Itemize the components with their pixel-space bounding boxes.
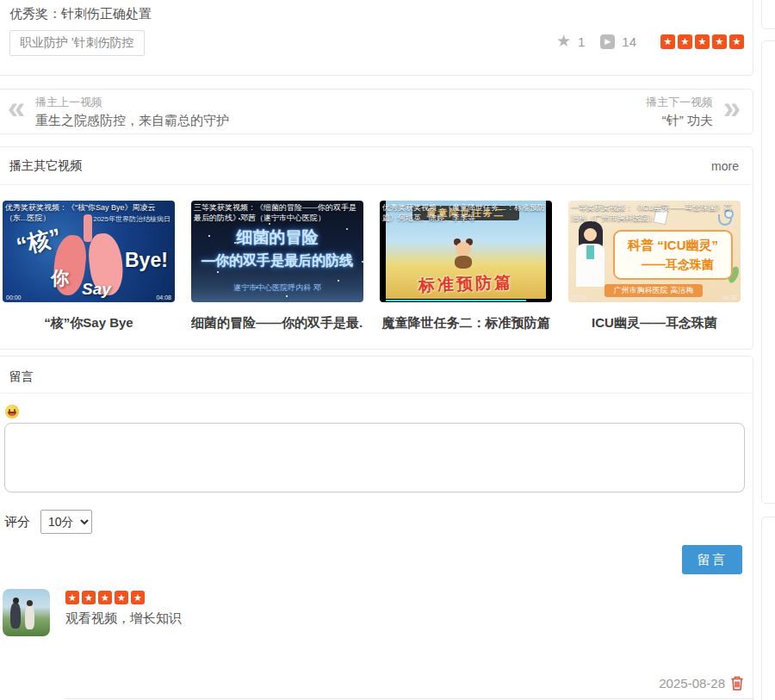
video-stats: ★ 1 ▶ 14 ★ ★ ★ ★ ★ [556,34,744,49]
character-illustration [456,242,471,257]
play-count-icon: ▶ [600,34,615,49]
rating-star-icon: ★ [695,34,710,49]
thumbnail-overlay-text: 三等奖获奖视频：《细菌的冒险——你的双手是最后的防线》邓茜（遂宁市中心医院） [191,201,363,225]
rating-star-icon: ★ [131,591,145,604]
chevron-left-icon: « [8,96,25,121]
prev-video-title: 重生之院感防控，来自霸总的守护 [35,113,229,129]
timestamp: 04:38 [722,294,737,300]
comment-text: 观看视频，增长知识 [65,610,753,627]
video-thumbnail: 三等奖获奖视频：《细菌的冒险——你的双手是最后的防线》邓茜（遂宁市中心医院） 细… [191,201,363,302]
timestamp: 02:34 [572,294,587,300]
sidebar-card-partial [761,517,775,700]
thumbnail-overlay-text: 优秀奖获奖视频：《魔童降世任务二：标准预防篇》何培英、陈婷、李李等 [380,201,552,225]
thumbnail-big-text: 你 [51,266,69,290]
emoji-picker-icon[interactable] [5,405,19,418]
chevron-right-icon: » [723,96,741,121]
next-video-label: 播主下一视频 [646,95,713,110]
character-illustration [455,256,472,269]
comments-card: 留言 评分 10分 留言 ★ ★ ★ ★ ★ [0,356,753,700]
thumbnail-big-text: Say [82,280,111,299]
rating-star-icon: ★ [82,591,96,604]
video-title: 优秀奖：针刺伤正确处置 [9,6,152,22]
video-rating-stars[interactable]: ★ ★ ★ ★ ★ [660,34,744,49]
commenter-avatar[interactable] [3,589,50,636]
thumbnail-bottom-bar: 广州市胸科医院 高洁梅 [604,284,703,297]
rating-star-icon: ★ [115,591,128,604]
thumbnail-text-panel: 科普 “ICU幽灵” ——耳念珠菌 [613,230,733,280]
other-videos-header: 播主其它视频 more [0,147,753,185]
thumbnail-big-text: —你的双手是最后的防线 [191,252,363,270]
favorite-star-icon: ★ [556,34,571,49]
thumbnail-subtitle: 2025年世界防治结核病日 [93,214,170,224]
video-card-bacteria-adventure[interactable]: 三等奖获奖视频：《细菌的冒险——你的双手是最后的防线》邓茜（遂宁市中心医院） 细… [191,201,363,331]
more-link[interactable]: more [711,159,739,173]
submit-comment-button[interactable]: 留言 [682,545,742,574]
divider [0,393,753,393]
rating-row: 评分 10分 [4,510,92,534]
delete-comment-button[interactable] [730,675,744,691]
comments-header: 留言 [9,369,34,385]
video-info-card: 优秀奖：针刺伤正确处置 职业防护 '针刺伤防控 ★ 1 ▶ 14 ★ ★ ★ ★… [0,0,753,76]
rating-star-icon: ★ [660,34,675,49]
rating-star-icon: ★ [98,591,112,604]
trash-icon [730,675,744,691]
thumbnail-overlay-text: 一等奖获奖视频：《ICU幽灵——耳念珠菌》高洁梅（广州市胸科医院） [568,201,741,225]
rating-star-icon: ★ [729,34,744,49]
video-card-title[interactable]: ICU幽灵——耳念珠菌 [568,315,741,331]
page: 优秀奖：针刺伤正确处置 职业防护 '针刺伤防控 ★ 1 ▶ 14 ★ ★ ★ ★… [0,0,775,700]
video-card-icu-ghost[interactable]: 科普 “ICU幽灵” ——耳念珠菌 广州市胸科医院 高洁梅 一等奖获奖视频：《I… [568,201,741,331]
doctor-illustration [586,245,594,259]
next-video-link[interactable]: 播主下一视频 “针” 功夫 » [646,95,741,129]
other-videos-card: 播主其它视频 more 优秀奖获奖视频：《“核”你Say Bye》周凌云（东..… [0,146,753,350]
video-thumbnail: 科普 “ICU幽灵” ——耳念珠菌 广州市胸科医院 高洁梅 一等奖获奖视频：《I… [568,201,741,302]
other-videos-title: 播主其它视频 [9,158,82,174]
video-thumbnail: 魔童降世任务二 优秀奖获奖视频：《魔童降世任务二：标准预防篇》何培英、陈婷、李李… [380,201,552,302]
comment-rating-stars: ★ ★ ★ ★ ★ [65,591,753,604]
rating-select[interactable]: 10分 [40,510,92,534]
video-tag[interactable]: 职业防护 '针刺伤防控 [9,30,145,56]
video-nav-card: « 播主上一视频 重生之院感防控，来自霸总的守护 播主下一视频 “针” 功夫 » [0,89,753,134]
comment-item: ★ ★ ★ ★ ★ 观看视频，增长知识 2025-08-28 [3,586,753,699]
prev-video-link[interactable]: « 播主上一视频 重生之院感防控，来自霸总的守护 [8,95,229,129]
thumbnail-big-text: Bye! [125,249,168,272]
doctor-illustration [584,228,597,241]
video-card-title[interactable]: “核”你Say Bye [3,315,175,331]
rating-star-icon: ★ [712,34,727,49]
sidebar-card-partial [761,0,775,29]
divider [65,698,753,699]
sidebar-card-partial [761,40,775,504]
next-video-title: “针” 功夫 [646,113,713,129]
timestamp: 00:00 [6,294,22,300]
timestamp: 04:08 [156,294,171,300]
video-card-title[interactable]: 魔童降世任务二：标准预防篇 [380,315,552,331]
thumbnail-subtitle: 遂宁市中心医院呼内科 邓 [191,282,363,294]
favorite-count: 1 [578,34,585,49]
prev-video-label: 播主上一视频 [35,95,229,110]
video-thumbnail: 优秀奖获奖视频：《“核”你Say Bye》周凌云（东...医院） 2025年世界… [3,201,175,302]
video-card-he-say-bye[interactable]: 优秀奖获奖视频：《“核”你Say Bye》周凌云（东...医院） 2025年世界… [3,201,175,331]
rating-label: 评分 [4,514,30,530]
thumbnail-big-text: ——耳念珠菌 [622,257,724,273]
thumbnail-big-text: 细菌的冒险 [191,226,363,249]
comment-input[interactable] [4,423,745,492]
video-card-nezha-standard-prevention[interactable]: 魔童降世任务二 优秀奖获奖视频：《魔童降世任务二：标准预防篇》何培英、陈婷、李李… [380,201,552,331]
thumbnail-big-text: 科普 “ICU幽灵” [622,238,724,254]
play-count: 14 [622,34,636,49]
video-thumbnail-row: 优秀奖获奖视频：《“核”你Say Bye》周凌云（东...医院） 2025年世界… [0,185,753,331]
comment-date: 2025-08-28 [659,676,725,691]
video-card-title[interactable]: 细菌的冒险——你的双手是最... [191,315,363,331]
rating-star-icon: ★ [678,34,692,49]
progress-bar [386,300,526,301]
rating-star-icon: ★ [65,591,79,604]
